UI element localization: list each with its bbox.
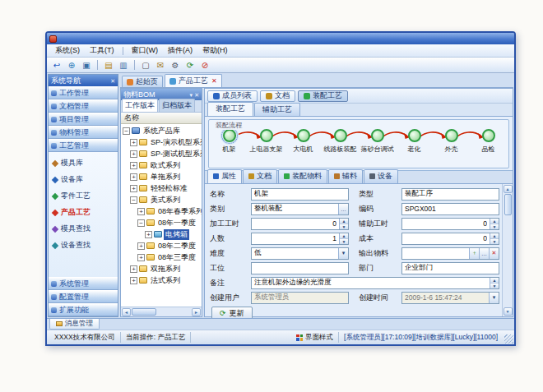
expander-icon[interactable]: + — [130, 185, 137, 192]
globe-icon[interactable]: ⊕ — [65, 59, 78, 71]
expander-icon[interactable]: + — [130, 150, 137, 158]
spin-up-icon[interactable]: ▲ — [490, 219, 499, 224]
tree-item[interactable]: +08年二季度 — [121, 240, 202, 251]
tree-item[interactable]: −美式系列 — [121, 194, 202, 205]
sidebar-item[interactable]: 设备查找 — [53, 240, 118, 251]
close-icon[interactable]: ✕ — [211, 77, 217, 85]
sidebar-item[interactable]: 产品工艺 — [53, 207, 118, 218]
tree-item[interactable]: +SP-演示机型系列 — [121, 136, 202, 148]
expander-icon[interactable]: + — [130, 173, 137, 181]
memo-scroll[interactable]: ▲▼ — [490, 278, 499, 288]
flow-node[interactable]: 外壳 — [433, 129, 470, 167]
browse-icon[interactable]: … — [338, 204, 348, 214]
scrollbar-thumb[interactable] — [132, 308, 156, 316]
tree-item[interactable]: +SP-测试机型系列 — [121, 148, 202, 159]
processing-hours-field-input[interactable] — [252, 219, 339, 229]
flow-node[interactable]: 落砂台调试 — [359, 129, 396, 167]
process-tab[interactable]: 辅助工艺 — [254, 103, 300, 116]
sidebar-item[interactable]: 模具库 — [53, 158, 118, 168]
output-material-field[interactable]: ＋…✕ — [401, 247, 499, 260]
flow-node[interactable]: 机架 — [211, 129, 248, 167]
code-field-input[interactable] — [402, 204, 499, 214]
menu-item[interactable]: 工具(T) — [85, 44, 119, 57]
cost-field-input[interactable] — [402, 233, 490, 244]
expander-icon[interactable]: − — [137, 219, 145, 227]
name-field[interactable] — [251, 188, 349, 201]
refresh-icon[interactable]: ⟳ — [183, 59, 197, 71]
tree-item[interactable]: +单拖系列 — [121, 171, 202, 182]
remarks-field-input[interactable] — [252, 278, 490, 288]
bom-version-tab[interactable]: 归档版本 — [159, 99, 195, 112]
nav-group-bar[interactable]: 文档管理 — [49, 99, 118, 113]
browse-icon[interactable]: … — [479, 248, 489, 259]
processing-hours-field[interactable]: ▲▼ — [251, 218, 349, 230]
tree-item[interactable]: +欧式系列 — [121, 159, 202, 171]
expander-icon[interactable]: + — [130, 277, 137, 284]
new-document-icon[interactable]: ▢ — [139, 59, 152, 71]
nav-group-bar[interactable]: 配置管理 — [49, 290, 118, 303]
window-icon[interactable]: ▣ — [80, 59, 93, 71]
expander-icon[interactable]: + — [130, 265, 137, 273]
close-icon[interactable] — [110, 78, 115, 84]
spin-up-icon[interactable]: ▲ — [490, 233, 499, 239]
bom-version-tab[interactable]: 工作版本 — [122, 99, 158, 112]
chevron-down-icon[interactable]: ▾ — [489, 293, 499, 303]
workstation-field[interactable] — [251, 262, 349, 274]
scroll-left-icon[interactable] — [122, 308, 131, 316]
expander-icon[interactable]: + — [137, 254, 145, 261]
horizontal-scrollbar[interactable] — [121, 307, 202, 316]
spinner[interactable]: ▲▼ — [490, 219, 499, 229]
nav-group-bar[interactable]: 工艺管理 — [49, 139, 118, 152]
menu-item[interactable]: 帮助(H) — [197, 44, 233, 57]
nav-group-bar[interactable]: 扩展功能 — [49, 303, 118, 316]
scroll-up-icon[interactable] — [504, 185, 513, 193]
menu-item[interactable]: 窗口(W) — [127, 44, 164, 57]
expander-icon[interactable]: + — [137, 242, 145, 250]
spin-down-icon[interactable]: ▼ — [490, 239, 499, 244]
spin-down-icon[interactable]: ▼ — [490, 224, 499, 229]
chevron-down-icon[interactable]: ▾ — [338, 248, 348, 259]
headcount-field[interactable]: ▲▼ — [251, 233, 349, 245]
nav-group-bar[interactable]: 物料管理 — [49, 126, 118, 139]
department-field-input[interactable] — [402, 263, 499, 274]
tree-item[interactable]: +电烤箱 — [121, 228, 202, 240]
tree-item[interactable]: −系统产品库 — [121, 125, 202, 136]
expander-icon[interactable]: + — [130, 139, 137, 146]
type-field[interactable] — [401, 188, 499, 201]
tree-item[interactable]: +08年三季度 — [121, 251, 202, 263]
message-manager-tab[interactable]: 消息管理 — [49, 319, 100, 330]
window-titlebar[interactable] — [47, 33, 514, 44]
sidebar-item[interactable]: 设备库 — [53, 174, 118, 185]
document-tab[interactable]: 产品工艺✕ — [165, 74, 222, 87]
nav-group-bar[interactable]: 系统管理 — [49, 277, 118, 290]
expander-icon[interactable]: − — [123, 127, 130, 135]
spin-down-icon[interactable]: ▼ — [340, 239, 348, 244]
nav-group-bar[interactable]: 工作管理 — [49, 86, 118, 99]
assembly-process-button[interactable]: 装配工艺 — [298, 90, 348, 102]
scroll-right-icon[interactable] — [192, 308, 201, 316]
expander-icon[interactable]: − — [130, 196, 137, 204]
expander-icon[interactable]: + — [145, 231, 152, 238]
menu-item[interactable]: 系统(S) — [50, 44, 85, 57]
flow-node[interactable]: 品检 — [470, 129, 507, 167]
flow-node[interactable]: 上电器支架 — [248, 129, 285, 167]
category-field-input[interactable] — [252, 204, 338, 214]
tree-item[interactable]: −08年一季度 — [121, 217, 202, 228]
add-icon[interactable]: ＋ — [469, 248, 479, 259]
folder-icon[interactable]: ▤ — [102, 59, 115, 71]
resize-grip[interactable] — [504, 334, 513, 344]
remarks-field[interactable]: ▲▼ — [251, 277, 499, 289]
code-field[interactable] — [401, 203, 499, 215]
property-tab[interactable]: 装配物料 — [278, 169, 327, 183]
mail-icon[interactable]: ✉ — [154, 59, 167, 71]
pin-icon[interactable] — [190, 92, 193, 98]
category-field[interactable]: … — [251, 203, 349, 215]
auxiliary-hours-field[interactable]: ▲▼ — [401, 218, 499, 230]
members-list-button[interactable]: 成员列表 — [207, 90, 258, 102]
spin-up-icon[interactable]: ▲ — [340, 233, 348, 239]
sidebar-item[interactable]: 零件工艺 — [53, 191, 118, 201]
scroll-up-icon[interactable]: ▲ — [490, 278, 499, 284]
clear-icon[interactable]: ✕ — [489, 248, 499, 259]
expander-icon[interactable]: + — [137, 208, 145, 215]
headcount-field-input[interactable] — [252, 233, 339, 244]
